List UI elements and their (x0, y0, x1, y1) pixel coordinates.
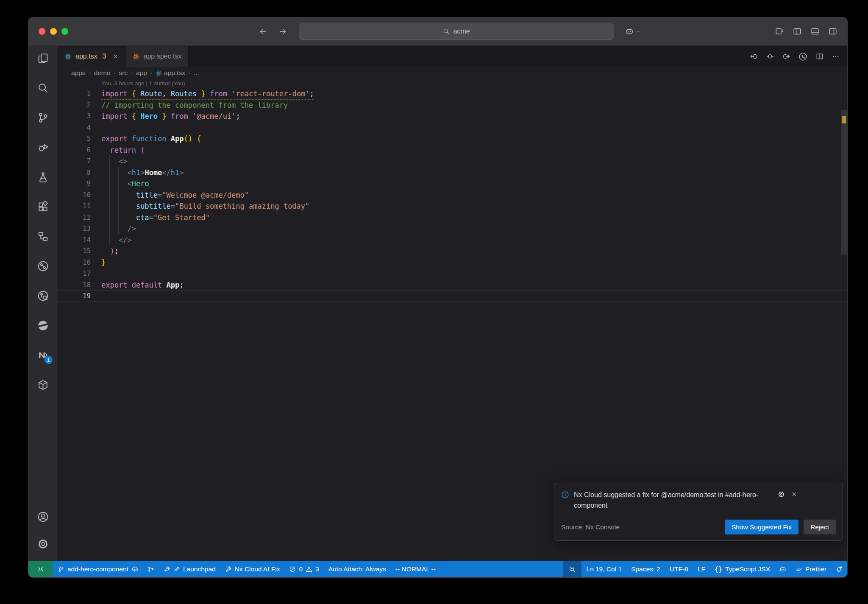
code-line-16[interactable]: 16} (58, 257, 847, 268)
close-window-button[interactable] (39, 28, 45, 35)
code-line-13[interactable]: 13 /> (58, 223, 847, 235)
status-bar-right: Ln 19, Col 1Spaces: 2UTF-8LF{}TypeScript… (563, 561, 847, 577)
activity-item-gitlens[interactable] (31, 254, 54, 277)
maximize-window-button[interactable] (61, 28, 68, 35)
tab-close-icon[interactable] (113, 53, 119, 59)
activity-item-explorer[interactable] (31, 47, 54, 70)
code-line-9[interactable]: 9 <Hero (58, 178, 847, 190)
tab-app.spec.tsx[interactable]: app.spec.tsx (126, 46, 189, 67)
code-line-15[interactable]: 15 ); (58, 246, 847, 257)
editor-scrollbar[interactable] (841, 110, 847, 254)
breadcrumb-item-app.tsx[interactable]: app.tsx (156, 69, 185, 77)
window-controls (28, 28, 89, 35)
breadcrumb-item-demo[interactable]: demo (94, 69, 111, 77)
notification-close-icon[interactable] (791, 491, 798, 498)
line-text: export function App() { (91, 133, 201, 145)
toggle-secondary-sidebar-icon[interactable] (829, 27, 837, 36)
line-text: title="Welcmoe @acme/demo" (91, 190, 249, 201)
back-arrow-icon[interactable] (259, 27, 268, 36)
status-item-screencast-zoom[interactable] (563, 561, 581, 577)
activity-item-source-control[interactable] (31, 106, 54, 129)
nav-current-icon[interactable] (766, 53, 774, 60)
code-line-2[interactable]: 2// importing the component from the lib… (58, 100, 847, 111)
search-icon (443, 28, 450, 35)
code-line-7[interactable]: 7 <> (58, 156, 847, 167)
split-editor-icon[interactable] (816, 53, 823, 60)
activity-item-nx-console[interactable]: 1 (31, 344, 54, 366)
breadcrumb-item-app[interactable]: app (136, 69, 147, 77)
breadcrumb-label: apps (71, 69, 86, 77)
code-line-3[interactable]: 3import { Hero } from '@acme/ui'; (58, 111, 847, 122)
forward-arrow-icon[interactable] (278, 27, 287, 36)
activity-item-references[interactable] (31, 225, 54, 248)
activity-item-edge-tools[interactable] (31, 314, 54, 337)
status-item-git-branch[interactable]: add-hero-component (53, 561, 143, 577)
search-icon (37, 82, 49, 94)
code-line-17[interactable]: 17 (58, 268, 847, 280)
breadcrumb-item-src[interactable]: src (119, 69, 128, 77)
status-item-eol[interactable]: LF (693, 561, 710, 577)
code-line-14[interactable]: 14 </> (58, 235, 847, 246)
indent-guide (127, 190, 127, 224)
status-item-launchpad[interactable]: Launchpad (159, 561, 220, 577)
activity-item-gitlens-inspect[interactable] (31, 284, 54, 307)
show-suggested-fix-button[interactable]: Show Suggested Fix (725, 520, 798, 534)
activity-item-search[interactable] (31, 76, 54, 99)
code-line-10[interactable]: 10 title="Welcmoe @acme/demo" (58, 190, 847, 201)
status-item-encoding[interactable]: UTF-8 (665, 561, 693, 577)
nav-forward-icon[interactable] (782, 53, 790, 60)
toggle-panel-icon[interactable] (811, 27, 819, 36)
notification-settings-gear-icon[interactable] (778, 491, 785, 498)
copilot-icon (779, 566, 786, 573)
tab-app.tsx[interactable]: app.tsx3 (58, 46, 126, 67)
status-label: add-hero-component (67, 565, 128, 573)
toggle-primary-sidebar-icon[interactable] (793, 27, 801, 36)
status-item-vim-mode[interactable]: -- NORMAL -- (391, 561, 440, 577)
status-item-language-mode[interactable]: {}TypeScript JSX (710, 561, 775, 577)
react-logo-icon (133, 53, 140, 60)
title-bar: acme (28, 17, 847, 46)
status-item-problems[interactable]: 03 (284, 561, 323, 577)
activity-item-accounts[interactable] (31, 505, 54, 528)
graph-icon (147, 566, 154, 573)
activity-bar: 1 (28, 46, 58, 561)
code-line-12[interactable]: 12 cta="Get Started" (58, 212, 847, 224)
activity-item-extensions[interactable] (31, 195, 54, 218)
pen-icon (173, 566, 180, 573)
status-item-nx-cloud-ai-fix[interactable]: Nx Cloud AI Fix (220, 561, 285, 577)
code-line-11[interactable]: 11 subtitle="Build something amazing tod… (58, 201, 847, 212)
breadcrumb-item-...[interactable]: ... (194, 69, 199, 77)
code-line-4[interactable]: 4 (58, 122, 847, 134)
code-line-1[interactable]: 1import { Route, Routes } from 'react-ro… (58, 88, 847, 100)
status-item-copilot[interactable] (775, 561, 791, 577)
more-actions-icon[interactable] (832, 53, 840, 60)
status-item-commit-graph[interactable] (143, 561, 159, 577)
copilot-menu[interactable] (625, 27, 641, 36)
breadcrumb-item-apps[interactable]: apps (71, 69, 86, 77)
code-line-8[interactable]: 8 <h1>Home</h1> (58, 167, 847, 179)
status-item-auto-attach[interactable]: Auto Attach: Always (324, 561, 391, 577)
status-item-cursor-position[interactable]: Ln 19, Col 1 (581, 561, 626, 577)
status-item-notifications[interactable] (831, 561, 847, 577)
commit-graph-icon[interactable] (798, 52, 807, 61)
command-center-search[interactable]: acme (299, 23, 614, 40)
code-line-19[interactable]: 19 (58, 291, 847, 302)
activity-item-nx-cloud[interactable] (31, 373, 54, 396)
code-line-6[interactable]: 6 return ( (58, 145, 847, 156)
customize-layout-icon[interactable] (775, 27, 784, 36)
reject-button[interactable]: Reject (804, 520, 836, 534)
status-item-remote[interactable] (28, 561, 53, 577)
code-line-18[interactable]: 18export default App; (58, 280, 847, 291)
activity-item-run-debug[interactable] (31, 136, 54, 159)
zoomout-icon (569, 566, 576, 573)
code-line-5[interactable]: 5export function App() { (58, 133, 847, 145)
status-item-formatter[interactable]: Prettier (791, 561, 831, 577)
indent-guide (118, 167, 119, 235)
activity-item-settings[interactable] (31, 532, 54, 555)
status-item-indentation[interactable]: Spaces: 2 (626, 561, 665, 577)
activity-item-testing[interactable] (31, 165, 54, 188)
wrench-icon (225, 566, 232, 573)
status-label: Auto Attach: Always (328, 565, 386, 573)
nav-back-icon[interactable] (750, 53, 758, 60)
minimize-window-button[interactable] (50, 28, 57, 35)
